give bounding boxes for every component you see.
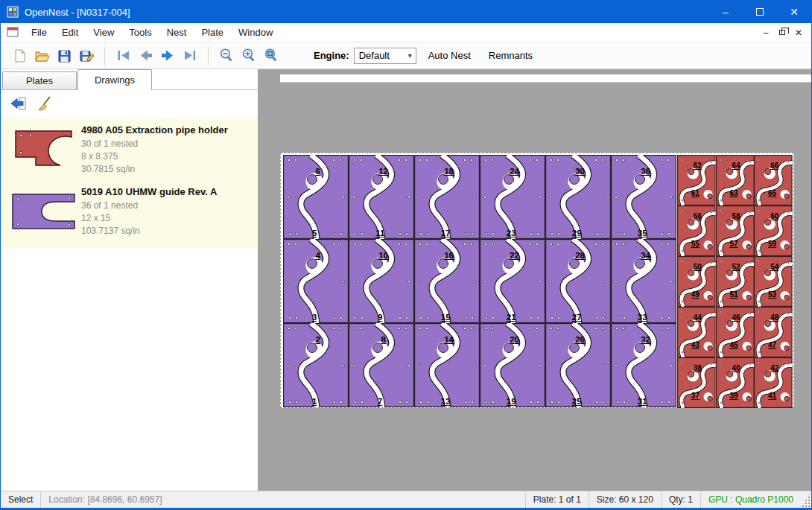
nested-part-pair[interactable]: 3433 xyxy=(611,239,676,323)
nested-part-pair[interactable]: 1615 xyxy=(414,239,480,323)
part-number-top: 52 xyxy=(732,263,740,271)
zoom-in-button[interactable] xyxy=(238,45,260,67)
drawing-size: 12 x 15 xyxy=(81,212,252,225)
nested-part-pair[interactable]: 6261 xyxy=(677,155,716,205)
resize-grip-icon[interactable] xyxy=(801,491,811,508)
engine-select[interactable]: Default ▾ xyxy=(354,48,416,64)
open-button[interactable] xyxy=(31,45,53,67)
nested-part-pair[interactable]: 1817 xyxy=(414,155,480,239)
nested-part-pair[interactable]: 1211 xyxy=(349,155,414,239)
nested-part-pair[interactable]: 4443 xyxy=(677,307,716,357)
nested-part-pair[interactable]: 4241 xyxy=(754,357,793,408)
menu-tools[interactable]: Tools xyxy=(121,23,159,42)
mdi-restore-button[interactable] xyxy=(774,25,790,40)
new-button[interactable] xyxy=(8,45,31,67)
menu-view[interactable]: View xyxy=(86,23,121,42)
part-number-bottom: 35 xyxy=(638,229,647,238)
auto-nest-button[interactable]: Auto Nest xyxy=(422,46,477,66)
drawing-area: 103.7137 sq/in xyxy=(81,225,252,238)
content-area: Plates Drawings xyxy=(1,69,811,491)
part-number-top: 42 xyxy=(770,364,778,372)
broom-icon xyxy=(37,95,54,112)
nested-part-pair[interactable]: 5049 xyxy=(677,256,716,307)
save-as-button[interactable] xyxy=(75,45,98,67)
status-gpu: GPU : Quadro P1000 xyxy=(700,491,801,508)
menu-plate[interactable]: Plate xyxy=(194,23,231,42)
plate[interactable]: 6512111817242330293635431091615222128273… xyxy=(280,153,794,408)
nest-canvas[interactable]: 6512111817242330293635431091615222128273… xyxy=(258,69,811,491)
nested-part-pair[interactable]: 5655 xyxy=(677,205,716,256)
nested-part-pair[interactable]: 4847 xyxy=(754,307,793,357)
nested-part-pair[interactable]: 87 xyxy=(349,323,414,407)
new-file-icon xyxy=(11,48,28,64)
nested-part-pair[interactable]: 4039 xyxy=(716,357,755,408)
remnants-button[interactable]: Remnants xyxy=(483,46,539,66)
tab-drawings[interactable]: Drawings xyxy=(77,69,152,90)
sidebar: Plates Drawings xyxy=(1,69,258,491)
part-number-top: 4 xyxy=(315,251,320,260)
drawing-size: 8 x 8.375 xyxy=(81,150,252,163)
part-thumbnail-purple xyxy=(7,185,81,238)
mdi-minimize-button[interactable]: – xyxy=(758,25,774,40)
part-number-bottom: 41 xyxy=(768,392,776,400)
mdi-close-button[interactable]: ✕ xyxy=(790,25,807,40)
nested-part-pair[interactable]: 3029 xyxy=(545,155,611,239)
part-number-bottom: 63 xyxy=(729,189,738,197)
nested-part-pair[interactable]: 6463 xyxy=(716,155,755,205)
menu-window[interactable]: Window xyxy=(231,23,280,42)
clear-drawings-button[interactable] xyxy=(34,93,57,114)
nested-part-pair[interactable]: 3837 xyxy=(677,357,716,408)
part-number-bottom: 7 xyxy=(378,397,382,406)
nested-part-pair[interactable]: 1413 xyxy=(414,323,480,407)
nested-part-pair[interactable]: 5453 xyxy=(754,256,793,307)
part-number-bottom: 19 xyxy=(507,397,516,406)
toolbar-separator xyxy=(208,47,209,65)
close-button[interactable]: ✕ xyxy=(777,1,811,23)
replace-drawing-button[interactable] xyxy=(7,93,31,114)
tab-plates[interactable]: Plates xyxy=(2,71,77,89)
nested-part-pair[interactable]: 109 xyxy=(349,239,414,323)
zoom-out-button[interactable] xyxy=(215,45,238,67)
document-icon[interactable] xyxy=(7,27,19,38)
zoom-fit-button[interactable] xyxy=(260,45,282,67)
menubar: File Edit View Tools Nest Plate Window –… xyxy=(1,23,811,42)
part-number-bottom: 27 xyxy=(572,313,582,322)
nav-last-button[interactable] xyxy=(179,45,201,67)
nested-part-pair[interactable]: 5857 xyxy=(716,205,755,256)
part-number-top: 38 xyxy=(694,364,702,372)
part-number-bottom: 17 xyxy=(441,229,451,238)
nested-part-pair[interactable]: 2625 xyxy=(545,323,611,407)
drawing-item-uhmw-guide[interactable]: 5019 A10 UHMW guide Rev. A 36 of 1 neste… xyxy=(1,182,258,243)
nested-part-pair[interactable]: 3635 xyxy=(611,155,676,239)
part-number-top: 46 xyxy=(732,313,740,322)
drawings-toolbar xyxy=(1,90,258,117)
nested-part-pair[interactable]: 6059 xyxy=(754,205,793,256)
nested-part-pair[interactable]: 2019 xyxy=(480,323,545,407)
nested-part-pair[interactable]: 2827 xyxy=(545,239,611,323)
drawing-list: 4980 A05 Extraction pipe holder 30 of 1 … xyxy=(1,117,258,248)
nested-part-pair[interactable]: 3231 xyxy=(611,323,676,407)
nested-part-pair[interactable]: 43 xyxy=(283,239,349,323)
zoom-out-icon xyxy=(218,47,235,64)
save-button[interactable] xyxy=(53,45,75,67)
part-number-bottom: 39 xyxy=(729,392,738,400)
nav-previous-button[interactable] xyxy=(134,45,156,67)
nested-part-pair[interactable]: 2423 xyxy=(480,155,545,239)
menu-file[interactable]: File xyxy=(24,23,54,42)
part-number-top: 26 xyxy=(575,335,585,344)
nested-part-pair[interactable]: 2221 xyxy=(480,239,545,323)
nav-prev-icon xyxy=(137,47,154,64)
drawing-item-extraction-pipe-holder[interactable]: 4980 A05 Extraction pipe holder 30 of 1 … xyxy=(1,120,258,182)
nested-part-pair[interactable]: 6665 xyxy=(754,155,793,205)
menu-edit[interactable]: Edit xyxy=(54,23,86,42)
nav-next-button[interactable] xyxy=(156,45,179,67)
maximize-button[interactable] xyxy=(743,1,777,23)
nested-part-pair[interactable]: 21 xyxy=(283,323,349,407)
menu-nest[interactable]: Nest xyxy=(159,23,194,42)
nav-first-button[interactable] xyxy=(112,45,134,67)
minimize-button[interactable]: – xyxy=(708,1,743,23)
nested-part-pair[interactable]: 4645 xyxy=(716,307,755,357)
nested-part-pair[interactable]: 65 xyxy=(283,155,349,239)
drawing-title: 4980 A05 Extraction pipe holder xyxy=(81,124,252,136)
nested-part-pair[interactable]: 5251 xyxy=(716,256,755,307)
